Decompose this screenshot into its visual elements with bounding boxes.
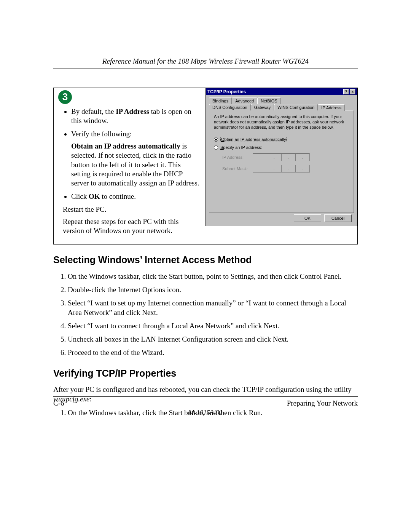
radio-specify[interactable]: Specify an IP address: bbox=[214, 145, 349, 150]
step-number-badge: 3 bbox=[58, 90, 72, 104]
radio-obtain-auto[interactable]: Obtain an IP address automatically bbox=[214, 137, 349, 142]
ok-button[interactable]: OK bbox=[294, 214, 321, 222]
running-header: Reference Manual for the 108 Mbps Wirele… bbox=[53, 57, 358, 66]
step-bullet-2: Verify the following: Obtain an IP addre… bbox=[71, 129, 202, 188]
footer-section: Preparing Your Network bbox=[287, 399, 358, 407]
footer-rule bbox=[53, 396, 358, 397]
radio-icon-checked bbox=[214, 137, 218, 142]
tab-netbios[interactable]: NetBIOS bbox=[257, 97, 280, 104]
step-restart: Restart the PC. bbox=[63, 205, 202, 214]
tab-bindings[interactable]: Bindings bbox=[209, 97, 232, 104]
ip-address-pane: An IP address can be automatically assig… bbox=[209, 110, 354, 213]
dialog-titlebar: TCP/IP Properties ? × bbox=[206, 88, 357, 95]
tcpip-properties-dialog: TCP/IP Properties ? × Bindings Advanced … bbox=[206, 88, 357, 226]
subnet-mask-label: Subnet Mask: bbox=[222, 166, 250, 171]
close-button[interactable]: × bbox=[350, 89, 355, 94]
subnet-mask-input[interactable]: ... bbox=[253, 165, 310, 173]
ia-step-5: Uncheck all boxes in the LAN Internet Co… bbox=[68, 334, 358, 344]
tab-dns-config[interactable]: DNS Configuration bbox=[209, 104, 251, 110]
subnet-mask-row: Subnet Mask: ... bbox=[222, 165, 349, 173]
internet-access-steps: On the Windows taskbar, click the Start … bbox=[53, 272, 358, 358]
section-heading-verify-tcpip: Verifying TCP/IP Properties bbox=[53, 368, 358, 379]
ip-address-input[interactable]: ... bbox=[253, 153, 310, 161]
radio-obtain-auto-label: Obtain an IP address automatically bbox=[220, 137, 287, 142]
tab-gateway[interactable]: Gateway bbox=[251, 104, 274, 110]
cancel-button[interactable]: Cancel bbox=[324, 214, 352, 222]
help-button[interactable]: ? bbox=[343, 89, 349, 94]
ia-step-1: On the Windows taskbar, click the Start … bbox=[68, 272, 358, 281]
ip-address-row: IP Address: ... bbox=[222, 153, 349, 161]
tab-advanced[interactable]: Advanced bbox=[232, 97, 257, 104]
page-footer: C-6 Preparing Your Network M-10153-01 bbox=[53, 396, 358, 417]
section-heading-internet-access: Selecting Windows’ Internet Access Metho… bbox=[53, 254, 358, 265]
ia-step-2: Double-click the Internet Options icon. bbox=[68, 285, 358, 294]
step-box: 3 By default, the IP Address tab is open… bbox=[53, 88, 358, 244]
footer-doc-id: M-10153-01 bbox=[53, 409, 358, 417]
ia-step-4: Select “I want to connect through a Loca… bbox=[68, 321, 358, 331]
ip-address-label: IP Address: bbox=[222, 155, 250, 160]
header-rule bbox=[53, 69, 358, 69]
dialog-info-text: An IP address can be automatically assig… bbox=[214, 114, 349, 130]
ia-step-6: Proceed to the end of the Wizard. bbox=[68, 348, 358, 357]
dialog-title: TCP/IP Properties bbox=[207, 89, 246, 94]
tab-ip-address[interactable]: IP Address bbox=[318, 104, 345, 111]
ia-step-3: Select “I want to set up my Internet con… bbox=[68, 298, 358, 317]
radio-specify-label: Specify an IP address: bbox=[220, 145, 262, 150]
step-bullet-1: By default, the IP Address tab is open o… bbox=[71, 107, 202, 126]
step-repeat: Repeat these steps for each PC with this… bbox=[63, 217, 202, 236]
radio-icon-unchecked bbox=[214, 145, 218, 150]
step-instructions: 3 By default, the IP Address tab is open… bbox=[54, 88, 206, 244]
tab-wins-config[interactable]: WINS Configuration bbox=[274, 104, 318, 110]
page-number: C-6 bbox=[53, 399, 64, 407]
step-bullet-3: Click OK to continue. bbox=[71, 192, 202, 201]
